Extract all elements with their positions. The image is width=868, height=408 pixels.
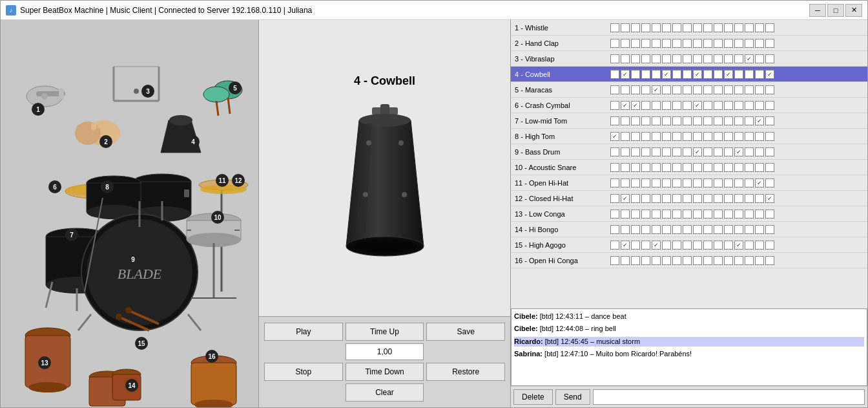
beat-checkbox[interactable] (693, 85, 702, 94)
beat-checkbox[interactable] (734, 39, 743, 48)
time-down-button[interactable]: Time Down (346, 363, 424, 381)
beat-checkbox[interactable] (610, 178, 619, 188)
beat-checkbox[interactable] (683, 116, 692, 125)
beat-checkbox[interactable] (765, 39, 774, 48)
beat-checkbox[interactable] (745, 256, 754, 265)
beat-checkbox[interactable] (693, 101, 702, 110)
stop-button[interactable]: Stop (264, 363, 343, 381)
beat-checkbox[interactable] (631, 225, 640, 234)
beat-checkbox[interactable] (672, 178, 681, 188)
beat-checkbox[interactable] (765, 54, 774, 63)
beat-checkbox[interactable] (631, 241, 640, 250)
beat-checkbox[interactable] (621, 241, 630, 250)
beat-checkbox[interactable] (693, 147, 702, 156)
beat-checkbox[interactable] (641, 209, 650, 219)
beat-checkbox[interactable] (724, 225, 733, 234)
beat-checkbox[interactable] (724, 101, 733, 110)
beat-checkbox[interactable] (693, 225, 702, 234)
beat-checkbox[interactable] (693, 70, 702, 79)
beat-checkbox[interactable] (631, 70, 640, 79)
beat-checkbox[interactable] (662, 54, 671, 63)
beat-checkbox[interactable] (652, 225, 661, 234)
beat-checkbox[interactable] (765, 194, 774, 203)
beat-row[interactable]: 3 - Vibraslap (511, 51, 867, 67)
beat-checkbox[interactable] (693, 178, 702, 188)
beat-row[interactable]: 8 - High Tom (511, 129, 867, 144)
beat-row[interactable]: 7 - Low-mid Tom (511, 113, 867, 129)
beat-checkbox[interactable] (755, 256, 764, 265)
beat-checkbox[interactable] (765, 256, 774, 265)
beat-checkbox[interactable] (652, 116, 661, 125)
beat-checkbox[interactable] (703, 116, 712, 125)
beat-checkbox[interactable] (714, 116, 723, 125)
beat-checkbox[interactable] (662, 163, 671, 172)
beat-checkbox[interactable] (765, 101, 774, 110)
beat-checkbox[interactable] (672, 256, 681, 265)
beat-checkbox[interactable] (714, 147, 723, 156)
beat-checkbox[interactable] (755, 209, 764, 219)
beat-checkbox[interactable] (755, 116, 764, 125)
beat-checkbox[interactable] (652, 132, 661, 141)
beat-checkbox[interactable] (745, 241, 754, 250)
beat-checkbox[interactable] (765, 241, 774, 250)
beat-checkbox[interactable] (683, 178, 692, 188)
beat-checkbox[interactable] (672, 116, 681, 125)
beat-checkbox[interactable] (734, 23, 743, 32)
beat-checkbox[interactable] (693, 209, 702, 219)
beat-checkbox[interactable] (724, 23, 733, 32)
beat-row[interactable]: 4 - Cowbell (511, 67, 867, 82)
beat-checkbox[interactable] (631, 54, 640, 63)
beat-checkbox[interactable] (672, 39, 681, 48)
beat-checkbox[interactable] (724, 241, 733, 250)
beat-checkbox[interactable] (755, 241, 764, 250)
drum-num-14[interactable]: 14 (125, 379, 138, 392)
beat-checkbox[interactable] (724, 163, 733, 172)
beat-checkbox[interactable] (641, 163, 650, 172)
beat-checkbox[interactable] (631, 209, 640, 219)
beat-checkbox[interactable] (621, 194, 630, 203)
beat-checkbox[interactable] (714, 194, 723, 203)
beat-checkbox[interactable] (693, 241, 702, 250)
beat-checkbox[interactable] (652, 54, 661, 63)
beat-checkbox[interactable] (693, 39, 702, 48)
beat-checkbox[interactable] (765, 23, 774, 32)
beat-checkbox[interactable] (652, 256, 661, 265)
beat-checkbox[interactable] (714, 163, 723, 172)
beat-checkbox[interactable] (755, 70, 764, 79)
beat-checkbox[interactable] (734, 209, 743, 219)
beat-checkbox[interactable] (724, 256, 733, 265)
beat-checkbox[interactable] (693, 256, 702, 265)
beat-checkbox[interactable] (672, 85, 681, 94)
beat-checkbox[interactable] (703, 225, 712, 234)
beat-checkbox[interactable] (683, 163, 692, 172)
beat-checkbox[interactable] (610, 23, 619, 32)
beat-checkbox[interactable] (703, 101, 712, 110)
beat-checkbox[interactable] (652, 209, 661, 219)
beat-checkbox[interactable] (745, 54, 754, 63)
beat-checkbox[interactable] (683, 85, 692, 94)
beat-checkbox[interactable] (734, 147, 743, 156)
beat-checkbox[interactable] (724, 194, 733, 203)
beat-checkbox[interactable] (662, 70, 671, 79)
beat-checkbox[interactable] (641, 85, 650, 94)
beat-checkbox[interactable] (662, 194, 671, 203)
beat-checkbox[interactable] (631, 256, 640, 265)
beat-checkbox[interactable] (693, 132, 702, 141)
beat-checkbox[interactable] (662, 23, 671, 32)
beat-checkbox[interactable] (703, 163, 712, 172)
beat-checkbox[interactable] (672, 209, 681, 219)
beat-checkbox[interactable] (683, 23, 692, 32)
beat-checkbox[interactable] (683, 209, 692, 219)
beat-checkbox[interactable] (672, 70, 681, 79)
beat-checkbox[interactable] (765, 163, 774, 172)
beat-checkbox[interactable] (610, 116, 619, 125)
beat-checkbox[interactable] (734, 85, 743, 94)
beat-checkbox[interactable] (734, 132, 743, 141)
beat-checkbox[interactable] (652, 101, 661, 110)
beat-checkbox[interactable] (610, 194, 619, 203)
beat-checkbox[interactable] (734, 241, 743, 250)
beat-checkbox[interactable] (610, 147, 619, 156)
beat-checkbox[interactable] (734, 163, 743, 172)
beat-checkbox[interactable] (745, 116, 754, 125)
beat-checkbox[interactable] (703, 70, 712, 79)
